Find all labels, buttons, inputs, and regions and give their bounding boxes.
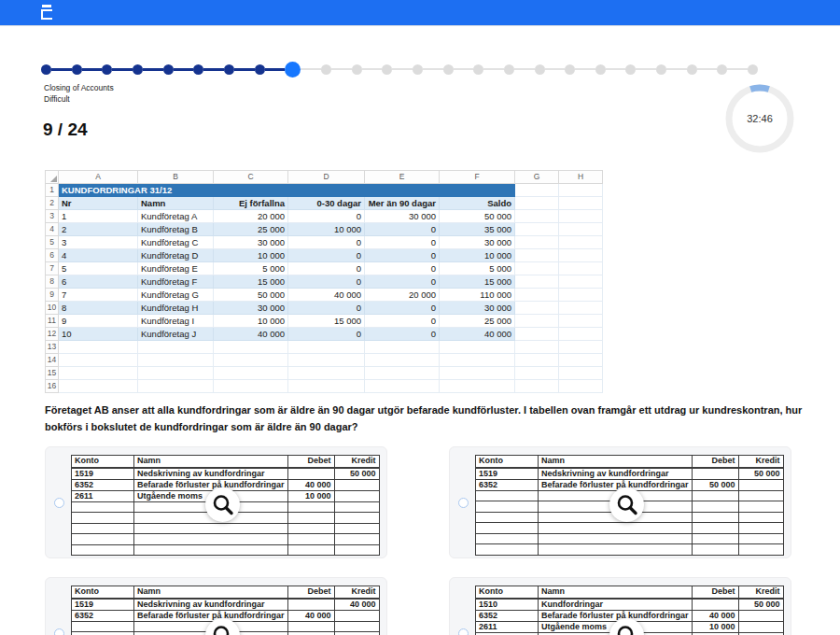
journal-cell <box>692 533 738 544</box>
journal-cell <box>334 544 379 556</box>
answer-option-3[interactable]: KontoNamnDebetKredit1519Nedskrivning av … <box>45 577 387 635</box>
journal-row <box>476 533 784 544</box>
sheet-data-cell: Kundföretag I <box>138 315 214 328</box>
progress-dot <box>656 64 666 75</box>
sheet-row: 15 <box>46 367 603 380</box>
sheet-data-cell: 0 <box>288 328 365 341</box>
sheet-corner-cell <box>46 171 59 184</box>
journal-cell <box>134 534 288 545</box>
option-radio-1[interactable] <box>54 498 64 508</box>
journal-cell: Nedskrivning av kundfordringar <box>134 468 288 480</box>
question-number: 9 / 24 <box>43 120 88 140</box>
journal-header-cell: Kredit <box>334 456 379 468</box>
journal-cell: 2611 <box>476 621 539 632</box>
sheet-letter-row: ABCDEFGH <box>46 171 603 184</box>
journal-cell: 6352 <box>476 479 539 490</box>
progress-dot <box>504 64 514 75</box>
brand-logo-icon[interactable] <box>40 5 53 20</box>
option-radio-2[interactable] <box>458 498 469 508</box>
option-radio-3[interactable] <box>54 628 64 635</box>
magnifier-icon[interactable] <box>609 487 644 522</box>
sheet-data-cell: 30 000 <box>440 302 515 315</box>
journal-cell <box>692 599 738 611</box>
progress-dot <box>535 64 545 75</box>
sheet-row: 97Kundföretag G50 00040 00020 000110 000 <box>46 289 603 302</box>
sheet-row-number: 6 <box>46 249 59 262</box>
sheet-row: 75Kundföretag E5 000005 000 <box>46 262 603 275</box>
sheet-cell <box>559 302 603 315</box>
sheet-data-cell: 30 000 <box>365 210 440 223</box>
journal-cell: 1510 <box>476 599 539 611</box>
sheet-data-cell: 10 000 <box>440 249 515 262</box>
journal-cell: 2611 <box>72 490 134 501</box>
journal-cell <box>476 501 539 513</box>
journal-cell <box>692 490 738 501</box>
journal-header-cell: Debet <box>692 456 738 468</box>
sheet-column-letter: F <box>440 171 515 184</box>
magnifier-icon[interactable] <box>609 618 644 635</box>
sheet-cell <box>440 354 515 367</box>
sheet-data-cell: 50 000 <box>440 210 515 223</box>
journal-cell <box>134 544 288 556</box>
sheet-data-cell: 0 <box>288 249 365 262</box>
answer-option-4[interactable]: KontoNamnDebetKredit1510Kundfordringar50… <box>449 577 791 635</box>
sheet-data-cell: 15 000 <box>288 315 365 328</box>
answer-option-2[interactable]: KontoNamnDebetKredit1519Nedskrivning av … <box>449 446 791 558</box>
journal-cell: 40 000 <box>287 610 334 621</box>
sheet-data-cell: 10 000 <box>214 315 288 328</box>
sheet-row: 2NrNamnEj förfallna0-30 dagarMer än 90 d… <box>46 197 603 210</box>
journal-cell <box>738 523 783 534</box>
sheet-cell <box>138 341 214 354</box>
sheet-column-letter: D <box>288 171 365 184</box>
journal-cell <box>539 523 693 534</box>
question-text: Företaget AB anser att alla kundfordring… <box>45 402 818 435</box>
sheet-cell <box>515 184 559 197</box>
sheet-cell <box>59 367 138 380</box>
sheet-data-cell: 30 000 <box>214 236 288 249</box>
sheet-data-cell: 30 000 <box>440 236 515 249</box>
sheet-data-cell: Kundföretag D <box>138 249 214 262</box>
magnifier-icon[interactable] <box>205 618 240 635</box>
journal-cell <box>72 534 134 545</box>
options-grid: KontoNamnDebetKredit1519Nedskrivning av … <box>45 446 791 635</box>
journal-cell <box>476 512 539 523</box>
answer-option-1[interactable]: KontoNamnDebetKredit1519Nedskrivning av … <box>45 446 387 558</box>
journal-cell <box>738 533 783 544</box>
progress-segment <box>203 68 224 71</box>
sheet-row: 64Kundföretag D10 0000010 000 <box>46 249 603 262</box>
magnifier-icon[interactable] <box>205 487 240 522</box>
sheet-data-cell: 0 <box>288 210 365 223</box>
sheet-cell <box>515 302 559 315</box>
top-bar <box>0 0 840 26</box>
sheet-column-letter: H <box>559 171 603 184</box>
sheet-title-cell: KUNDFORDRINGAR 31/12 <box>59 184 515 197</box>
sheet-cell <box>59 380 138 393</box>
sheet-cell <box>288 354 365 367</box>
sheet-cell <box>559 354 603 367</box>
sheet-cell <box>559 262 603 275</box>
sheet-cell <box>515 354 559 367</box>
sheet-data-cell: Kundföretag J <box>138 328 214 341</box>
sheet-data-cell: 20 000 <box>214 210 288 223</box>
journal-row <box>72 544 380 556</box>
sheet-cell <box>138 354 214 367</box>
progress-dot <box>473 64 483 75</box>
progress-dot <box>687 64 697 75</box>
sheet-row-number: 16 <box>46 380 59 393</box>
sheet-row: 42Kundföretag B25 00010 000035 000 <box>46 223 603 236</box>
sheet-column-letter: G <box>515 171 559 184</box>
journal-cell: 1519 <box>72 599 134 611</box>
progress-dot <box>193 64 203 75</box>
sheet-data-cell: Kundföretag H <box>138 302 214 315</box>
journal-cell: Befarade förluster på kundfordringar <box>539 479 693 490</box>
progress-dot <box>382 64 392 75</box>
sheet-data-cell: 30 000 <box>214 302 288 315</box>
sheet-column-letter: C <box>214 171 288 184</box>
sheet-cell <box>559 210 603 223</box>
sheet-cell <box>515 315 559 328</box>
progress-segment <box>514 68 535 71</box>
journal-cell: 10 000 <box>287 490 334 501</box>
option-radio-4[interactable] <box>458 628 469 635</box>
sheet-cell <box>559 328 603 341</box>
sheet-row: 16 <box>46 380 603 393</box>
